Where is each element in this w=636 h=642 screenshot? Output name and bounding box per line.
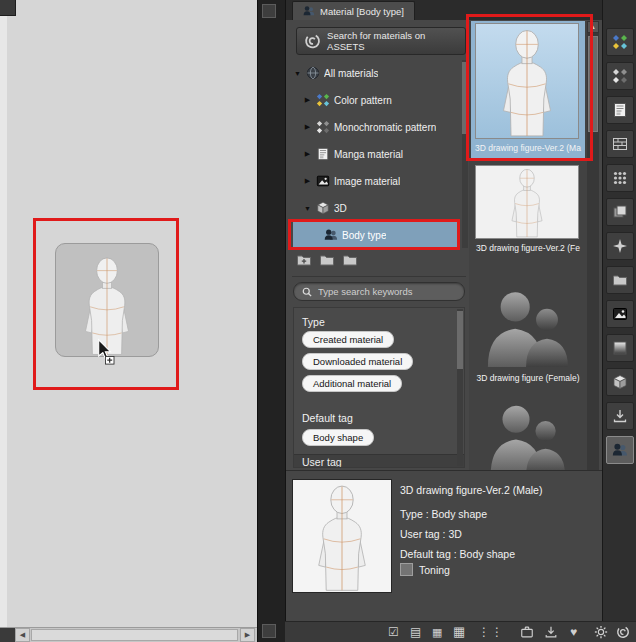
- scroll-right-arrow[interactable]: ▶: [240, 628, 255, 642]
- thumbnail-size-dots-icon[interactable]: ⋮⋮: [478, 625, 504, 639]
- tree-item-image-material[interactable]: ▶ Image material: [293, 168, 460, 194]
- filter-panel: Type Created material Downloaded materia…: [293, 307, 465, 468]
- import-icon[interactable]: [544, 625, 558, 639]
- scroll-left-arrow[interactable]: ◀: [15, 628, 30, 642]
- tree-item-3d[interactable]: ▼ 3D: [293, 195, 460, 221]
- material-thumbnail: [475, 165, 579, 239]
- manga-material-icon: [316, 147, 330, 161]
- detail-type-row: Type : Body shape: [400, 508, 487, 520]
- color-pattern-icon: [612, 34, 628, 50]
- grid-view-large-icon[interactable]: ▦: [453, 625, 465, 639]
- material-tab[interactable]: Material [Body type]: [292, 1, 415, 20]
- toolbar-color-pattern-button[interactable]: [606, 28, 634, 56]
- material-item-selected[interactable]: 3D drawing figure-Ver.2 (Ma: [471, 21, 585, 161]
- material-people-icon: [303, 5, 315, 17]
- scrollbar-thumb[interactable]: [457, 311, 463, 369]
- tree-scrollbar[interactable]: [462, 60, 468, 248]
- toning-label: Toning: [419, 564, 450, 576]
- filter-created-material-button[interactable]: Created material: [302, 331, 394, 348]
- expander-closed-icon[interactable]: ▶: [303, 150, 312, 158]
- assets-swirl-icon[interactable]: [616, 625, 630, 639]
- gear-icon[interactable]: [594, 625, 608, 639]
- toolbar-pattern-button[interactable]: [606, 130, 634, 158]
- tree-item-all-materials[interactable]: ▼ All materials: [293, 60, 460, 86]
- color-pattern-icon: [316, 93, 330, 107]
- briefcase-icon[interactable]: [520, 625, 534, 639]
- select-check-icon[interactable]: ☑: [388, 625, 399, 639]
- toolbar-effect-button[interactable]: [606, 232, 634, 260]
- toning-checkbox[interactable]: [400, 563, 413, 576]
- expander-closed-icon[interactable]: ▶: [303, 123, 312, 131]
- figure-male-image: [297, 484, 387, 592]
- scrollbar-thumb[interactable]: [31, 629, 238, 641]
- list-scroll-up-arrow[interactable]: ▲: [587, 21, 599, 33]
- scrollbar-thumb[interactable]: [588, 36, 598, 132]
- expander-closed-icon[interactable]: ▶: [303, 177, 312, 185]
- toolbar-monochromatic-pattern-button[interactable]: [606, 62, 634, 90]
- gutter-corner-box: [262, 624, 276, 638]
- new-folder-icon[interactable]: [296, 252, 312, 268]
- monochromatic-pattern-icon: [612, 68, 628, 84]
- grid-view-small-icon[interactable]: ▦: [432, 625, 442, 639]
- material-detail-panel: 3D drawing figure-Ver.2 (Male) Type : Bo…: [286, 470, 603, 621]
- material-thumbnail: [475, 405, 579, 470]
- material-palette: Material [Body type] Search for material…: [285, 0, 602, 642]
- toolbar-3d-button[interactable]: [606, 368, 634, 396]
- toolbar-gradient-button[interactable]: [606, 334, 634, 362]
- detail-title: 3D drawing figure-Ver.2 (Male): [400, 484, 542, 496]
- toolbar-body-type-button[interactable]: [606, 436, 634, 464]
- halftone-dots-icon: [612, 170, 628, 186]
- keyword-search-field[interactable]: [293, 282, 465, 301]
- tree-item-label: 3D: [334, 203, 347, 214]
- canvas-area[interactable]: ◀ ▶: [0, 0, 257, 642]
- detail-user-tag-row: User tag : 3D: [400, 528, 462, 540]
- filter-downloaded-material-button[interactable]: Downloaded material: [302, 353, 413, 370]
- scrollbar-thumb[interactable]: [462, 62, 468, 134]
- toolbar-halftone-button[interactable]: [606, 164, 634, 192]
- heart-favorite-icon[interactable]: ♥: [570, 625, 577, 639]
- material-item[interactable]: 3D drawing figure-Ver.2 (Fe: [471, 163, 585, 259]
- toolbar-folder-button[interactable]: [606, 266, 634, 294]
- canvas-horizontal-scrollbar[interactable]: ◀ ▶: [0, 627, 257, 642]
- material-category-toolbar: [602, 0, 636, 621]
- material-item[interactable]: [471, 395, 585, 470]
- figure-female-image: [498, 168, 556, 238]
- material-label: 3D drawing figure-Ver.2 (Fe: [471, 243, 585, 253]
- material-item[interactable]: 3D drawing figure (Female): [471, 261, 585, 391]
- toolbar-image-material-button[interactable]: [606, 300, 634, 328]
- tree-item-body-type[interactable]: Body type: [293, 222, 460, 248]
- material-thumbnail: [475, 23, 579, 139]
- tree-item-color-pattern[interactable]: ▶ Color pattern: [293, 87, 460, 113]
- clip-studio-window: ◀ ▶ Material [Body type] Search for mate…: [0, 0, 636, 642]
- toolbar-import-button[interactable]: [606, 402, 634, 430]
- search-input[interactable]: [318, 286, 457, 297]
- assets-search-label: Search for materials on ASSETS: [327, 30, 458, 52]
- palette-tab-bar: Material [Body type]: [286, 0, 603, 20]
- cube-3d-icon: [612, 374, 628, 390]
- layered-cards-icon: [612, 204, 628, 220]
- folder-icon[interactable]: [319, 252, 335, 268]
- tree-item-monochromatic-pattern[interactable]: ▶ Monochromatic pattern: [293, 114, 460, 140]
- list-scrollbar[interactable]: [587, 33, 599, 470]
- list-view-icon[interactable]: ▤: [410, 625, 421, 639]
- assets-search-button[interactable]: Search for materials on ASSETS: [296, 27, 466, 55]
- import-icon: [612, 408, 628, 424]
- expander-open-icon[interactable]: ▼: [293, 70, 302, 77]
- folder-button-row: [296, 252, 358, 268]
- sparkle-icon: [612, 238, 628, 254]
- collapse-panel-button[interactable]: [262, 4, 276, 18]
- filter-body-shape-button[interactable]: Body shape: [302, 429, 374, 446]
- drag-copy-cursor-icon: [94, 338, 116, 365]
- toolbar-card-material-button[interactable]: [606, 198, 634, 226]
- folder-settings-icon[interactable]: [342, 252, 358, 268]
- tree-item-manga-material[interactable]: ▶ Manga material: [293, 141, 460, 167]
- toolbar-manga-material-button[interactable]: [606, 96, 634, 124]
- figure-silhouettes-image: [477, 285, 577, 367]
- detail-default-tag-row: Default tag : Body shape: [400, 548, 515, 560]
- expander-closed-icon[interactable]: ▶: [303, 96, 312, 104]
- filter-additional-material-button[interactable]: Additional material: [302, 375, 402, 392]
- type-section-label: Type: [302, 316, 325, 328]
- filter-scrollbar[interactable]: [457, 309, 463, 466]
- material-label: 3D drawing figure-Ver.2 (Ma: [471, 143, 585, 153]
- expander-open-icon[interactable]: ▼: [303, 205, 312, 212]
